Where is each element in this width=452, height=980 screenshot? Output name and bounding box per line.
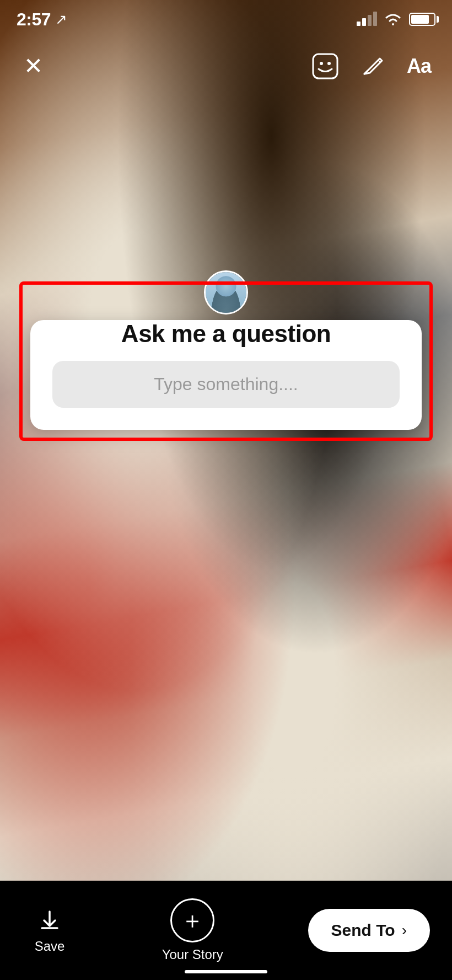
wifi-icon	[384, 12, 402, 26]
draw-button[interactable]	[356, 50, 389, 83]
question-input[interactable]: Type something....	[52, 361, 400, 408]
svg-point-1	[320, 62, 323, 65]
draw-icon	[360, 54, 384, 78]
status-bar: 2:57 ↗	[0, 0, 452, 39]
close-icon: ✕	[24, 55, 43, 78]
close-button[interactable]: ✕	[17, 50, 50, 83]
your-story-action[interactable]: ＋ Your Story	[162, 898, 223, 962]
question-sticker[interactable]: Ask me a question Type something....	[30, 292, 422, 430]
widget-card: Ask me a question Type something....	[30, 320, 422, 430]
add-story-icon: ＋	[181, 909, 204, 932]
status-time: 2:57	[17, 9, 51, 30]
send-to-button[interactable]: Send To ›	[308, 909, 430, 952]
avatar-container	[30, 270, 422, 315]
signal-icon	[357, 13, 377, 26]
avatar	[204, 270, 248, 315]
chevron-right-icon: ›	[402, 922, 407, 939]
send-to-label: Send To	[331, 921, 395, 940]
svg-point-2	[327, 62, 331, 65]
your-story-label: Your Story	[162, 947, 223, 962]
background-photo	[0, 0, 452, 905]
toolbar-right-icons: Aa	[309, 50, 435, 83]
bottom-bar: Save ＋ Your Story Send To ›	[0, 881, 452, 980]
sticker-icon	[311, 52, 340, 81]
sticker-button[interactable]	[309, 50, 342, 83]
location-arrow-icon: ↗	[55, 11, 67, 28]
svg-rect-0	[313, 54, 337, 78]
text-icon: Aa	[407, 55, 431, 78]
your-story-button[interactable]: ＋	[170, 898, 214, 942]
widget-title: Ask me a question	[52, 320, 400, 348]
save-action[interactable]: Save	[22, 907, 77, 954]
home-indicator	[185, 970, 267, 973]
status-icons	[357, 12, 435, 26]
battery-icon	[409, 13, 435, 26]
question-placeholder: Type something....	[154, 374, 298, 394]
text-button[interactable]: Aa	[402, 50, 435, 83]
save-icon	[36, 907, 63, 934]
avatar-image	[206, 272, 246, 313]
save-label: Save	[35, 939, 65, 954]
top-toolbar: ✕ Aa	[0, 39, 452, 94]
